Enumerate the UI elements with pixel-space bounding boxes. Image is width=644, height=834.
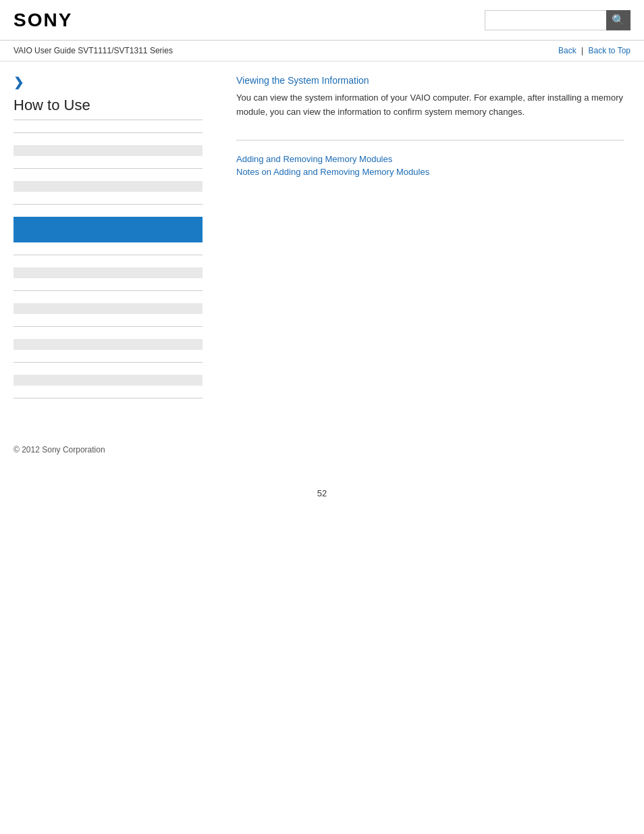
back-to-top-link[interactable]: Back to Top bbox=[589, 46, 630, 55]
search-area: 🔍 bbox=[485, 10, 630, 30]
copyright: © 2012 Sony Corporation bbox=[14, 445, 105, 454]
sidebar-divider-8 bbox=[14, 398, 203, 398]
search-icon: 🔍 bbox=[612, 14, 625, 26]
adding-removing-memory-link[interactable]: Adding and Removing Memory Modules bbox=[236, 154, 624, 164]
sony-logo: SONY bbox=[14, 9, 72, 31]
page-number: 52 bbox=[0, 488, 644, 512]
sidebar-divider-7 bbox=[14, 362, 203, 363]
viewing-system-info-link[interactable]: Viewing the System Information bbox=[236, 75, 369, 86]
viewing-system-info-description: You can view the system information of y… bbox=[236, 91, 624, 120]
sidebar-divider-1 bbox=[14, 132, 203, 133]
sidebar-arrow[interactable]: ❯ bbox=[14, 75, 203, 90]
sidebar-item-6[interactable] bbox=[14, 375, 203, 386]
sidebar-item-3[interactable] bbox=[14, 267, 203, 278]
sidebar: ❯ How to Use bbox=[0, 61, 216, 424]
footer-area: © 2012 Sony Corporation bbox=[0, 424, 644, 461]
sidebar-highlight[interactable] bbox=[14, 217, 203, 242]
sidebar-divider-5 bbox=[14, 290, 203, 291]
content-area: Viewing the System Information You can v… bbox=[216, 61, 644, 424]
guide-title: VAIO User Guide SVT1111/SVT1311 Series bbox=[14, 46, 173, 55]
search-input[interactable] bbox=[485, 10, 606, 30]
sidebar-title: How to Use bbox=[14, 97, 203, 120]
nav-separator: | bbox=[581, 46, 583, 55]
main-container: ❯ How to Use Viewing the System Informat… bbox=[0, 61, 644, 424]
sidebar-item-1[interactable] bbox=[14, 145, 203, 156]
nav-links: Back | Back to Top bbox=[558, 46, 630, 55]
sidebar-item-4[interactable] bbox=[14, 303, 203, 314]
sidebar-item-5[interactable] bbox=[14, 339, 203, 350]
header: SONY 🔍 bbox=[0, 0, 644, 41]
sub-header: VAIO User Guide SVT1111/SVT1311 Series B… bbox=[0, 41, 644, 61]
sidebar-divider-2 bbox=[14, 168, 203, 169]
sidebar-divider-4 bbox=[14, 255, 203, 255]
content-section-1: Viewing the System Information You can v… bbox=[236, 75, 624, 120]
sidebar-divider-3 bbox=[14, 204, 203, 205]
back-link[interactable]: Back bbox=[558, 46, 576, 55]
sidebar-divider-6 bbox=[14, 326, 203, 327]
notes-adding-removing-link[interactable]: Notes on Adding and Removing Memory Modu… bbox=[236, 167, 624, 177]
content-links-group: Adding and Removing Memory Modules Notes… bbox=[236, 154, 624, 177]
search-button[interactable]: 🔍 bbox=[606, 10, 630, 30]
sidebar-item-2[interactable] bbox=[14, 181, 203, 192]
content-divider bbox=[236, 140, 624, 140]
